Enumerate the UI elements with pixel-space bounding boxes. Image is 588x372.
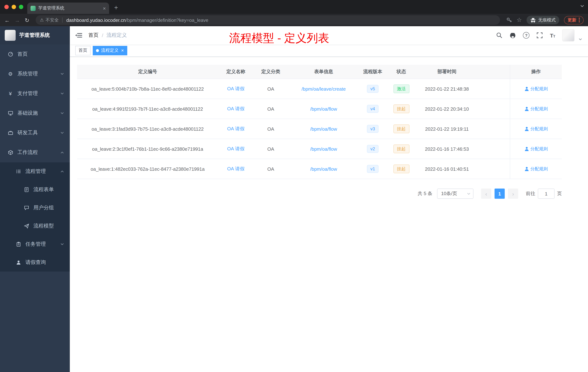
list-icon [15,169,21,174]
assign-rule-link[interactable]: 分配规则 [524,166,548,172]
status-badge: 挂起 [393,164,409,174]
filler-cell [477,99,510,119]
address-bar[interactable]: ⚠ 不安全 dashboard.yudao.iocoder.cn /bpm/ma… [35,15,500,25]
help-icon[interactable]: ? [523,32,530,39]
sidebar-fold-icon[interactable] [75,33,83,38]
url-path: /bpm/manager/definition?key=oa_leave [126,17,208,23]
reload-button[interactable]: ↻ [25,17,29,23]
incognito-label: 无痕模式 [538,17,556,23]
version-badge: v3 [367,125,378,133]
avatar-caret-icon[interactable] [578,38,582,42]
avatar[interactable] [562,29,575,42]
chevron-down-icon [60,243,64,246]
sidebar-item-process-model[interactable]: 流程模型 [0,217,70,235]
definition-name-link[interactable]: OA 请假 [227,126,244,132]
column-header: 定义分类 [253,65,288,79]
breadcrumb-home[interactable]: 首页 [88,32,99,39]
deploy-time: 2022-01-16 17:46:53 [416,139,477,159]
goto-unit: 页 [557,190,562,197]
definition-name-link[interactable]: OA 请假 [227,106,244,112]
browser-toolbar: ← → ↻ ⚠ 不安全 dashboard.yudao.iocoder.cn /… [0,14,588,26]
definition-name-link[interactable]: OA 请假 [227,166,244,172]
sidebar-item-payment-management[interactable]: ¥ 支付管理 [0,84,70,103]
sidebar-item-workflow[interactable]: 工作流程 [0,143,70,162]
key-icon[interactable] [506,17,512,23]
sidebar-item-system-management[interactable]: ⚙ 系统管理 [0,64,70,84]
paper-plane-icon [23,223,30,229]
forward-button[interactable]: → [15,17,20,23]
kebab-menu-icon [578,17,580,22]
search-icon[interactable] [496,32,503,39]
font-size-icon[interactable]: TT [550,33,555,38]
column-header: 表单信息 [288,65,359,79]
assign-rule-link[interactable]: 分配规则 [524,106,548,112]
breadcrumb-separator: / [102,33,103,38]
filler-cell [477,159,510,179]
new-tab-button[interactable]: + [114,4,118,12]
pagination-total: 共 5 条 [418,190,432,197]
status-badge: 挂起 [393,144,409,153]
sidebar-item-task-management[interactable]: 任务管理 [0,235,70,253]
form-link[interactable]: /bpm/oa/flow [310,146,337,152]
definition-category: OA [253,119,288,139]
chevron-down-icon [60,131,64,134]
form-link[interactable]: /bpm/oa/flow [310,166,337,172]
definition-name-link[interactable]: OA 请假 [227,86,244,92]
next-page-button[interactable]: › [508,188,518,199]
active-tag-dot-icon [96,49,99,52]
sidebar-item-infrastructure[interactable]: 基础设施 [0,103,70,123]
monitor-icon [7,111,13,116]
assign-rule-link[interactable]: 分配规则 [524,146,548,152]
minimize-window-button[interactable] [12,5,16,9]
cube-icon [7,150,13,155]
chevron-down-icon [467,192,471,195]
page-number-button[interactable]: 1 [494,188,505,199]
tab-close-icon[interactable]: × [103,6,106,11]
tag-process-definition[interactable]: 流程定义 × [93,46,127,55]
definition-name-link[interactable]: OA 请假 [227,146,244,152]
browser-tab[interactable]: 芋道管理系统 × [27,2,109,14]
bookmark-star-icon[interactable]: ☆ [516,17,522,23]
breadcrumb: 首页 / 流程定义 [88,32,127,39]
github-icon[interactable] [510,32,516,39]
sidebar-item-process-management[interactable]: 流程管理 [0,162,70,181]
workflow-submenu: 流程管理 流程表单 用户分组 [0,162,70,272]
assign-rule-link[interactable]: 分配规则 [524,126,548,132]
browser-update-button[interactable]: 更新 [564,16,584,24]
pagination: 共 5 条 10条/页 ‹ 1 › 前往 页 [77,188,562,199]
definition-id: oa_leave:1:482ec033-762a-11ec-8477-a2380… [77,159,218,179]
sidebar-item-user-groups[interactable]: 用户分组 [0,199,70,217]
deploy-time: 2022-01-22 20:34:10 [416,99,477,119]
prev-page-button[interactable]: ‹ [481,188,491,199]
annotation-title: 流程模型 - 定义列表 [229,31,329,46]
close-window-button[interactable] [4,5,9,9]
tag-close-icon[interactable]: × [121,48,124,53]
sidebar-item-home[interactable]: 首页 [0,44,70,64]
tab-search-caret-icon[interactable] [580,4,584,8]
dashboard-icon [7,52,13,57]
definition-id: oa_leave:3:1fad3d93-7b75-11ec-a3c8-acde4… [77,119,218,139]
page-size-select[interactable]: 10条/页 [437,188,473,199]
goto-label: 前往 [526,190,535,197]
clipboard-icon [15,242,21,247]
form-link[interactable]: /bpm/oa/flow [310,126,337,131]
chevron-up-icon [60,151,64,154]
chevron-down-icon [60,112,64,115]
definition-category: OA [253,159,288,179]
fullscreen-icon[interactable] [536,32,543,39]
zoom-window-button[interactable] [19,5,23,9]
definition-id: oa_leave:5:004b710b-7b8a-11ec-8ef0-acde4… [77,79,218,99]
tag-home[interactable]: 首页 [75,46,91,55]
form-link[interactable]: /bpm/oa/flow [310,106,337,111]
sidebar-item-process-form[interactable]: 流程表单 [0,181,70,199]
goto-page-input[interactable] [538,188,555,199]
sidebar-item-dev-tools[interactable]: 研发工具 [0,123,70,143]
assign-rule-link[interactable]: 分配规则 [524,86,548,92]
sidebar-item-leave-query[interactable]: 请假查询 [0,253,70,272]
back-button[interactable]: ← [4,17,10,23]
form-link[interactable]: /bpm/oa/leave/create [302,86,346,92]
filler-cell [477,119,510,139]
column-header: 状态 [386,65,416,79]
definition-category: OA [253,79,288,99]
sidebar-logo[interactable]: 芋道管理系统 [0,26,70,44]
